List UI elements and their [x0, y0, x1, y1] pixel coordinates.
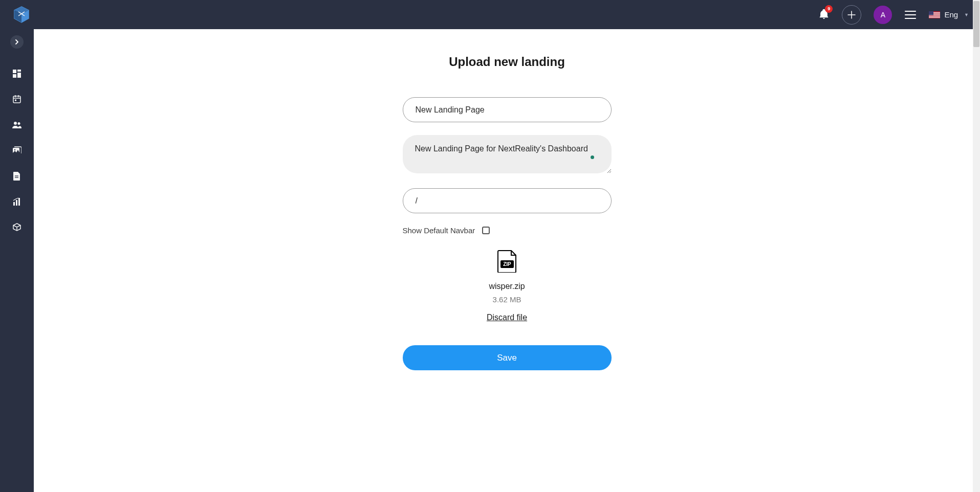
- header-controls: 9 A: [818, 5, 969, 25]
- navbar-checkbox[interactable]: [482, 227, 490, 234]
- dashboard-icon: [13, 70, 21, 78]
- language-selector[interactable]: Eng ▼: [929, 10, 969, 19]
- svg-point-25: [14, 122, 17, 125]
- users-icon: [12, 121, 21, 128]
- landing-path-input[interactable]: [403, 188, 612, 213]
- main-content: Upload new landing Show Default Navbar Z: [34, 29, 980, 492]
- box-icon: [13, 223, 21, 231]
- typing-indicator-dot: [591, 155, 594, 159]
- svg-point-26: [18, 122, 20, 125]
- body-container: Upload new landing Show Default Navbar Z: [0, 29, 980, 492]
- calendar-icon: [13, 95, 21, 103]
- svg-text:ZIP: ZIP: [503, 261, 511, 267]
- main-menu-button[interactable]: [904, 10, 917, 20]
- svg-point-28: [14, 149, 15, 150]
- add-button[interactable]: [842, 5, 861, 25]
- cube-logo-icon: [11, 5, 32, 25]
- flag-us-icon: [929, 11, 940, 18]
- file-size: 3.62 MB: [493, 295, 521, 304]
- svg-rect-16: [13, 70, 16, 73]
- sidebar-item-users[interactable]: [0, 112, 34, 138]
- svg-rect-17: [17, 70, 21, 72]
- chevron-down-icon: ▼: [964, 12, 969, 17]
- svg-rect-19: [13, 74, 16, 78]
- plus-icon: [847, 11, 856, 19]
- sidebar-item-calendar[interactable]: [0, 86, 34, 112]
- app-header: 9 A: [0, 0, 980, 29]
- bar-chart-icon: [13, 197, 21, 206]
- scrollbar-track[interactable]: [973, 0, 980, 492]
- hamburger-icon: [904, 10, 917, 20]
- svg-rect-20: [13, 96, 20, 103]
- notifications-button[interactable]: 9: [818, 8, 830, 22]
- language-label: Eng: [944, 10, 958, 19]
- save-button[interactable]: Save: [403, 345, 612, 370]
- navbar-checkbox-label: Show Default Navbar: [403, 226, 475, 235]
- svg-rect-13: [929, 16, 940, 16]
- sidebar: [0, 29, 34, 492]
- chevron-right-icon: [15, 39, 19, 44]
- sidebar-item-packages[interactable]: [0, 214, 34, 240]
- svg-rect-32: [16, 200, 17, 206]
- svg-rect-31: [13, 202, 15, 206]
- file-name: wisper.zip: [489, 282, 525, 291]
- image-stack-icon: [13, 146, 21, 155]
- avatar-letter: A: [881, 11, 885, 19]
- page-title: Upload new landing: [403, 55, 612, 69]
- upload-form: Upload new landing Show Default Navbar Z: [403, 55, 612, 370]
- svg-rect-15: [929, 11, 933, 15]
- svg-rect-33: [18, 198, 20, 206]
- svg-rect-18: [17, 73, 21, 78]
- zip-file-icon: ZIP: [497, 250, 517, 275]
- svg-rect-24: [15, 100, 16, 101]
- document-icon: [13, 172, 20, 181]
- sidebar-item-documents[interactable]: [0, 163, 34, 189]
- app-logo[interactable]: [11, 5, 32, 25]
- notif-badge: 9: [825, 5, 833, 13]
- landing-description-textarea[interactable]: [403, 135, 612, 173]
- landing-name-input[interactable]: [403, 97, 612, 122]
- user-avatar[interactable]: A: [874, 6, 892, 24]
- sidebar-item-dashboard[interactable]: [0, 61, 34, 86]
- sidebar-item-analytics[interactable]: [0, 189, 34, 214]
- uploaded-file-block: ZIP wisper.zip 3.62 MB Discard file: [403, 250, 612, 322]
- sidebar-item-media[interactable]: [0, 138, 34, 163]
- scrollbar-thumb[interactable]: [973, 1, 979, 47]
- svg-rect-14: [929, 17, 940, 17]
- sidebar-expand-button[interactable]: [10, 35, 24, 49]
- discard-file-link[interactable]: Discard file: [487, 313, 527, 322]
